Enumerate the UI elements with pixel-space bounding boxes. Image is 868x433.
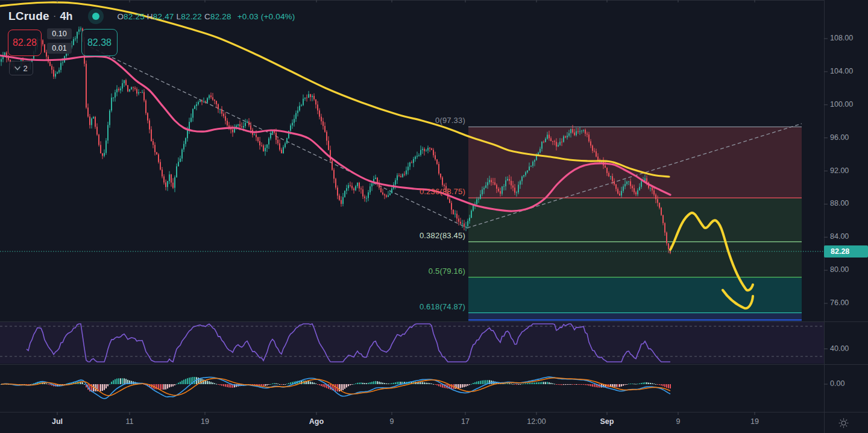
macd-hist-bar [438, 384, 439, 386]
macd-hist-bar [105, 384, 107, 388]
macd-hist-bar [111, 382, 112, 384]
macd-hist-bar [662, 384, 664, 386]
macd-hist-bar [122, 378, 123, 384]
macd-hist-bar [167, 384, 168, 388]
macd-hist-bar [420, 382, 421, 384]
fib-level-label: 0.382(83.45) [0, 231, 465, 240]
macd-hist-bar [509, 384, 510, 384]
macd-hist-bar [379, 382, 380, 384]
macd-hist-bar [124, 378, 125, 384]
chevron-down-icon [14, 66, 20, 71]
time-axis-label: 19 [750, 417, 759, 426]
macd-hist-bar [104, 384, 105, 390]
macd-hist-bar [115, 379, 116, 384]
macd-hist-bar [637, 384, 638, 384]
macd-hist-bar [113, 381, 114, 384]
dashed-trendline [90, 47, 467, 228]
macd-hist-bar [512, 384, 514, 385]
macd-hist-bar [189, 378, 190, 384]
macd-hist-bar [322, 384, 324, 387]
macd-hist-bar [227, 384, 228, 387]
macd-hist-bar [614, 384, 615, 387]
macd-hist-bar [427, 383, 429, 384]
time-axis-label: 9 [676, 417, 681, 426]
macd-hist-bar [348, 384, 349, 386]
macd-hist-bar [547, 382, 548, 384]
macd-hist-bar [357, 383, 358, 384]
time-axis-label: 12:00 [527, 417, 546, 426]
macd-hist-bar [388, 384, 389, 384]
buy-price-button[interactable]: 82.38 [81, 29, 118, 56]
macd-hist-bar [214, 383, 215, 384]
macd-hist-bar [288, 383, 289, 384]
macd-hist-bar [225, 384, 226, 387]
macd-hist-bar [360, 382, 362, 384]
macd-hist-bar [272, 384, 273, 384]
macd-hist-bar [216, 384, 217, 385]
macd-hist-bar [266, 384, 268, 385]
time-axis-label: 11 [126, 417, 134, 426]
macd-hist-bar [270, 384, 271, 385]
symbol-title[interactable]: LCrude [8, 10, 49, 23]
macd-hist-bar [176, 384, 177, 385]
macd-hist-bar [465, 384, 467, 387]
ohlc-letter: O [117, 12, 124, 21]
macd-hist-bar [469, 384, 470, 385]
macd-hist-bar [424, 382, 425, 384]
fib-zone-band [468, 277, 802, 313]
macd-hist-bar [312, 382, 313, 384]
macd-hist-bar [514, 384, 515, 385]
macd-hist-bar [109, 384, 110, 385]
macd-hist-bar [422, 382, 423, 384]
spread-bottom-value: 0.01 [47, 43, 72, 54]
macd-hist-bar [539, 382, 541, 384]
macd-hist-bar [568, 384, 570, 385]
macd-hist-bar [382, 383, 383, 384]
macd-hist-bar [163, 384, 165, 390]
macd-hist-bar [559, 384, 561, 385]
macd-hist-bar [268, 384, 269, 385]
macd-hist-bar [359, 382, 360, 384]
fib-level-label: 0.236(88.75) [0, 187, 465, 196]
macd-hist-bar [162, 384, 163, 390]
theme-toggle-sun-icon[interactable] [838, 418, 849, 428]
sell-price-button[interactable]: 82.28 [8, 30, 42, 56]
macd-hist-bar [666, 384, 667, 388]
interval-label[interactable]: 4h [60, 10, 72, 23]
macd-hist-bar [380, 382, 382, 384]
macd-hist-bar [485, 380, 486, 384]
macd-hist-bar [317, 384, 318, 385]
price-axis-label: 92.00 [830, 166, 866, 175]
macd-hist-bar [118, 378, 119, 384]
macd-hist-bar [473, 383, 474, 384]
price-axis-label: 108.00 [830, 34, 866, 42]
ohlc-value: 82.28 [210, 12, 234, 21]
macd-hist-bar [635, 384, 637, 385]
price-axis-label: 84.00 [830, 232, 866, 241]
macd-signal-line [1, 378, 670, 396]
macd-hist-bar [310, 382, 311, 384]
market-status-button[interactable] [88, 8, 104, 24]
macd-hist-bar [436, 384, 438, 385]
macd-hist-bar [579, 384, 580, 385]
macd-hist-bar [529, 383, 530, 384]
macd-hist-bar [541, 382, 542, 384]
macd-hist-bar [279, 384, 280, 385]
macd-hist-bar [351, 384, 353, 385]
price-axis-label: 88.00 [830, 199, 866, 207]
macd-hist-bar [324, 384, 326, 387]
symbol-header: LCrude · 4h O82.25 H82.47 L82.22 C82.28 … [8, 8, 295, 24]
macd-hist-bar [116, 379, 118, 384]
macd-hist-bar [643, 382, 644, 384]
macd-hist-bar [659, 384, 660, 385]
macd-hist-bar [590, 384, 591, 386]
indicators-collapse-button[interactable]: 2 [9, 61, 33, 75]
macd-hist-bar [563, 384, 564, 385]
fib-level-label: 0.618(74.87) [0, 302, 465, 311]
macd-hist-bar [462, 384, 463, 388]
macd-hist-bar [549, 382, 550, 384]
macd-hist-bar [518, 384, 519, 385]
macd-hist-bar [621, 384, 622, 387]
macd-hist-bar [594, 384, 595, 387]
chart-canvas[interactable] [0, 0, 868, 433]
